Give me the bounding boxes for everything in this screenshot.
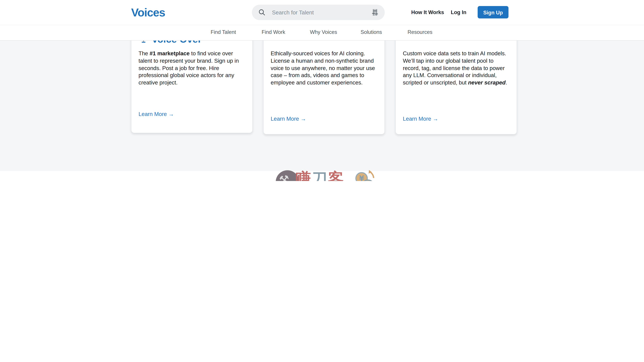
watermark-circle: ⚒ $ [276,170,299,181]
search-icon[interactable] [258,9,266,16]
page: Voice Over The #1 marketplace to find vo… [0,0,644,181]
filter-sliders-icon[interactable] [371,8,379,16]
svg-text:¥: ¥ [359,174,364,181]
currency-exchange-icon: ¥ $ [354,169,375,181]
nav-item-find-talent[interactable]: Find Talent [211,25,236,40]
nav-item-resources[interactable]: Resources [408,25,432,40]
ai-cloning-learn-more-link[interactable]: Learn More → [271,116,306,122]
voice-over-body: The #1 marketplace to find voice over ta… [138,50,246,86]
log-in-link[interactable]: Log In [451,0,466,25]
how-it-works-link[interactable]: How It Works [411,0,444,25]
nav-item-find-work[interactable]: Find Work [262,25,285,40]
search-placeholder: Search for Talent [272,5,314,20]
info-card-ai-training: Custom voice data sets to train AI model… [396,40,517,134]
voice-over-heading-label: Voice Over [152,40,202,45]
ai-training-body: Custom voice data sets to train AI model… [403,50,510,86]
ai-cloning-body: Ethically-sourced voices for AI cloning.… [271,50,378,86]
logo[interactable]: Voices [131,6,165,19]
watermark-title: 赚刀客 [295,170,344,181]
nav-item-why-voices[interactable]: Why Voices [310,25,337,40]
header: Voices Search for Talent How It Works Lo… [0,0,644,25]
main-nav: Find TalentFind WorkWhy VoicesSolutionsR… [0,25,644,40]
info-card-voice-over: Voice Over The #1 marketplace to find vo… [131,40,252,133]
microphone-icon [138,40,148,45]
info-card-ai-cloning: Ethically-sourced voices for AI cloning.… [263,40,385,134]
voice-over-heading: Voice Over [138,40,202,45]
nav-item-solutions[interactable]: Solutions [360,25,382,40]
hero-section: Voice Over The #1 marketplace to find vo… [0,40,644,171]
sign-up-button[interactable]: Sign Up [478,6,508,18]
ai-training-learn-more-link[interactable]: Learn More → [403,116,438,122]
voice-over-learn-more-link[interactable]: Learn More → [138,111,174,117]
pickaxe-icon: ⚒ [278,172,290,181]
search-input[interactable]: Search for Talent [252,5,385,20]
